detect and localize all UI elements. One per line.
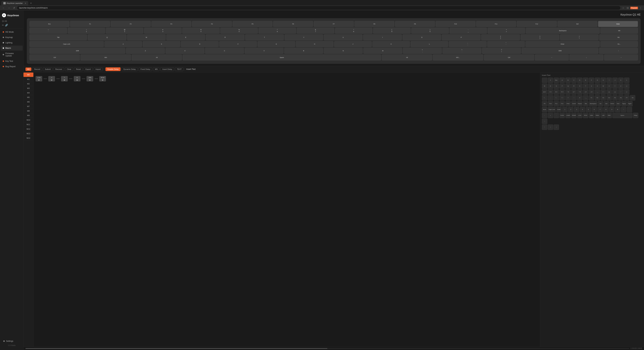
key-slash[interactable]: ?/ (482, 48, 521, 54)
picker-key-f12-p[interactable]: F12 (560, 101, 565, 106)
sidebar-item-bug-report[interactable]: Bug Report (1, 64, 23, 69)
macro-list-item-m3[interactable]: M3 (24, 86, 33, 91)
picker-key-num8[interactable]: 8 (603, 107, 608, 112)
key-f10[interactable]: F10 (436, 21, 476, 27)
reset-button[interactable]: Reset (74, 67, 83, 71)
key-backspace[interactable]: Backspace (526, 28, 600, 34)
key-s[interactable]: S (143, 41, 180, 47)
key-f3[interactable]: F3 (152, 21, 191, 27)
picker-key-rwin[interactable]: RWin (595, 113, 600, 118)
key-i[interactable]: I (363, 34, 402, 40)
key-f9[interactable]: F9 (395, 21, 435, 27)
key-a[interactable]: A (104, 41, 142, 47)
key-j[interactable]: J (334, 41, 372, 47)
key-ralt[interactable]: Alt (382, 54, 432, 60)
picker-key-d[interactable]: D (577, 78, 582, 83)
picker-key-num3[interactable]: 3 (574, 107, 579, 112)
picker-key-r2[interactable]: R (615, 107, 620, 112)
macro-list-item-m12[interactable]: M12 (24, 127, 33, 131)
key-equals[interactable]: += (488, 28, 525, 34)
key-backslash[interactable]: | \ (560, 34, 599, 40)
picker-key-lwin[interactable]: LWin (589, 113, 594, 118)
insert-delay-button[interactable]: Insert Delay (160, 67, 174, 71)
key-f4[interactable]: F4 (192, 21, 232, 27)
picker-key-f6-p[interactable]: F6 (618, 95, 624, 100)
key-lshift[interactable]: Shift (30, 48, 125, 54)
key-c[interactable]: C (205, 48, 244, 54)
key-h[interactable]: H (296, 41, 333, 47)
picker-key-y[interactable]: Y (612, 83, 618, 89)
key-f8[interactable]: F8 (354, 21, 394, 27)
picker-key-num7[interactable]: 7 (598, 107, 603, 112)
picker-key-c[interactable]: C (571, 78, 576, 83)
picker-key-u[interactable]: U (589, 83, 594, 89)
key-5[interactable]: %5 (220, 28, 258, 34)
picker-key-m[interactable]: M (542, 83, 547, 89)
import-button[interactable]: Import (94, 67, 102, 71)
macro-list-item-m9[interactable]: M9 (24, 113, 33, 118)
picker-key-s[interactable]: S (577, 83, 582, 89)
picker-key-g[interactable]: G (595, 78, 600, 83)
picker-key-r[interactable]: R (571, 83, 576, 89)
picker-key-amp7[interactable]: & 7 (571, 89, 576, 95)
picker-key-f2-p[interactable]: F2 (595, 95, 600, 100)
edit-icon[interactable]: ✏ (2, 24, 4, 26)
picker-key-lt[interactable]: < , (542, 95, 547, 100)
back-button[interactable]: ← (1, 6, 6, 9)
key-enter[interactable]: Enter (526, 41, 600, 47)
picker-key-at2[interactable]: @ 2 (542, 89, 547, 95)
timeline-node-1ms[interactable]: 1Ms (86, 76, 93, 81)
picker-key-f3-p[interactable]: F3 (600, 95, 606, 100)
key-m0[interactable]: M0 (600, 28, 638, 34)
key-7[interactable]: &7 (297, 28, 334, 34)
key-b[interactable]: B (284, 48, 323, 54)
macro-list-item-m4[interactable]: M4 (24, 91, 33, 95)
key-r[interactable]: R (206, 34, 244, 40)
key-mo[interactable]: MO... (433, 54, 483, 60)
picker-key-a[interactable]: A (560, 78, 565, 83)
key-8[interactable]: *8 (335, 28, 372, 34)
key-space[interactable]: Space (182, 54, 381, 60)
macro-list-item-m13[interactable]: M13 (24, 131, 33, 136)
picker-key-n[interactable]: N (548, 83, 553, 89)
picker-key-f8-p[interactable]: F8 (630, 95, 635, 100)
timeline-node-rctrl[interactable]: RCtrl (99, 76, 106, 81)
recover-button[interactable]: Recover (54, 67, 64, 71)
key-rbracket[interactable]: } ] (520, 34, 559, 40)
picker-key-star8[interactable]: * 8 (577, 89, 582, 95)
picker-key-v2[interactable]: V (595, 83, 600, 89)
picker-key-hash3[interactable]: # 3 (548, 89, 553, 95)
key-lbracket[interactable]: { [ (481, 34, 520, 40)
picker-key-pipe[interactable]: | \ (624, 83, 630, 89)
key-p[interactable]: P (442, 34, 480, 40)
picker-key-up2[interactable]: ↑ (571, 95, 576, 100)
macro-list-item-m14[interactable]: M14 (24, 136, 33, 140)
picker-key-pct5[interactable]: % 5 (560, 89, 565, 95)
sidebar-item-key-test[interactable]: Key Test (1, 59, 23, 64)
key-f1[interactable]: F1 (70, 21, 110, 27)
key-4[interactable]: $4 (182, 28, 220, 34)
sidebar-item-macro[interactable]: Macro (1, 45, 23, 51)
sidebar-item-settings[interactable]: Settings (1, 339, 22, 344)
picker-key-f10-p[interactable]: F10 (548, 101, 553, 106)
picker-key-esc[interactable]: Esc (554, 78, 559, 83)
sidebar-item-he-mode[interactable]: HE Mode (1, 29, 23, 34)
picker-key-nlck[interactable]: NLck (542, 107, 547, 112)
picker-key-j[interactable]: J (612, 78, 618, 83)
key-6[interactable]: ^6 (258, 28, 296, 34)
disable-delay-button[interactable]: Disable Delay (106, 67, 120, 71)
picker-key-caps[interactable]: Caps Lock (548, 107, 556, 112)
picker-key-num2[interactable]: 2 (568, 107, 574, 112)
key-left[interactable]: ← (535, 54, 569, 60)
picker-key-t[interactable]: T (583, 83, 588, 89)
picker-key-lp9[interactable]: ( 9 (583, 89, 588, 95)
picker-key-lctrl-p[interactable]: LCtrl (577, 113, 582, 118)
key-del[interactable]: Del (558, 21, 598, 27)
tab-close-button[interactable]: ✕ (25, 2, 26, 4)
picker-key-down-p[interactable]: ↓ (554, 124, 559, 130)
key-lalt[interactable]: Alt (132, 54, 182, 60)
key-capslock[interactable]: Caps Lock (30, 41, 104, 47)
key-9[interactable]: (9 (373, 28, 410, 34)
key-3[interactable]: #3 (144, 28, 182, 34)
picker-key-rctrl-p[interactable]: RCtrl (583, 113, 588, 118)
